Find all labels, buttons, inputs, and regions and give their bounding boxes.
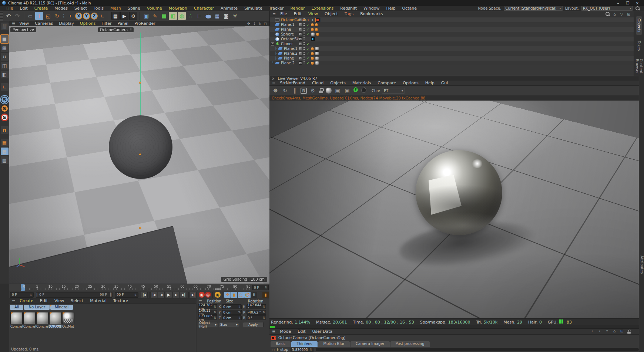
render-view[interactable] (269, 101, 639, 318)
material-thumbnail[interactable] (49, 312, 61, 324)
menu-item-materials[interactable]: Materials (349, 81, 374, 86)
tab-objects[interactable]: Objects (636, 16, 642, 35)
visibility-dots-icon[interactable] (303, 42, 305, 46)
panel-menu-icon[interactable]: ≡ (271, 12, 277, 17)
render-picture-viewer-icon[interactable]: ▶ (120, 12, 128, 20)
refresh-icon[interactable]: ↻ (281, 87, 289, 94)
enabled-check-icon[interactable]: ✓ (306, 57, 310, 60)
menu-item-tracker[interactable]: Tracker (266, 6, 287, 11)
layer-toggle-icon[interactable] (299, 33, 302, 36)
material-concrete[interactable]: Concrete (23, 312, 36, 328)
metaball-icon[interactable]: ● (202, 12, 215, 20)
layer-tab-mineral[interactable]: Mineral (50, 305, 73, 310)
object-name[interactable]: Plane.2 (281, 61, 295, 65)
range-grip-left[interactable]: ▎ (37, 293, 39, 297)
position-z-field[interactable]: 173.085 cm⇅ (198, 315, 217, 320)
menu-item-filter[interactable]: Filter (98, 21, 114, 26)
menu-item-cloud[interactable]: Cloud (309, 81, 327, 86)
mat-tag-icon[interactable] (315, 47, 319, 51)
object-axis-mode-icon[interactable]: ∟ (1, 83, 9, 91)
menu-item-view[interactable]: View (305, 11, 321, 17)
autokeying-icon[interactable]: ◎ (205, 292, 211, 298)
material-concrete[interactable]: Concrete (36, 312, 48, 328)
visibility-dots-icon[interactable] (303, 32, 305, 36)
layer-toggle-icon[interactable] (299, 42, 302, 45)
viewport-sphere-object[interactable] (109, 115, 172, 179)
phong-tag-icon[interactable] (311, 28, 314, 31)
lock-z-icon[interactable]: Z (91, 13, 98, 20)
make-editable-icon[interactable]: ▒ (1, 23, 9, 30)
coord-system-icon[interactable]: ∟ (98, 12, 107, 20)
new-window-icon[interactable]: ⊞ (619, 329, 624, 334)
menu-item-object[interactable]: Object (321, 11, 341, 17)
visibility-dots-icon[interactable] (303, 61, 305, 65)
view-rotate-icon[interactable]: ↻ (257, 21, 262, 26)
mat-tag-icon[interactable] (315, 56, 319, 60)
material-thumbnail[interactable] (23, 312, 36, 324)
tab-content-browser[interactable]: Content Browser (634, 57, 644, 76)
menu-item-tools[interactable]: Tools (90, 6, 107, 11)
spinner-icon[interactable]: ⇅ (134, 293, 137, 297)
menu-item-strnotfound[interactable]: StrNotFound (276, 81, 309, 86)
magnet-tool-icon[interactable]: ∩ (1, 126, 9, 134)
lock-icon[interactable] (627, 329, 631, 334)
collapse-icon[interactable]: − (271, 42, 274, 45)
menu-item-render[interactable]: Render (287, 6, 308, 11)
view-label[interactable]: Perspective (10, 27, 36, 32)
frame-range-slider[interactable]: ▎ 0 F 90 F ▐ (36, 292, 113, 298)
menu-item-file[interactable]: File (3, 6, 16, 11)
enabled-check-icon[interactable]: ✓ (306, 42, 310, 46)
goto-end-icon[interactable]: ▶| (189, 292, 197, 298)
size-mode-select[interactable]: Size▾ (219, 322, 239, 327)
view-pan-icon[interactable]: ✛ (246, 21, 251, 26)
menu-item-edit[interactable]: Edit (37, 298, 51, 304)
rotation-h-field[interactable]: 147.644 °⇅ (246, 304, 266, 309)
key-pla-icon[interactable]: ⠿ (251, 292, 257, 298)
material-thumbnail[interactable] (10, 312, 23, 324)
material-picker-icon[interactable] (361, 87, 366, 94)
menu-item-spline[interactable]: Spline (124, 6, 144, 11)
menu-item-compare[interactable]: Compare (374, 81, 399, 86)
fstop-slider[interactable] (316, 348, 639, 351)
key-scale-icon[interactable]: ▮ (231, 292, 237, 298)
menu-item-modes[interactable]: Modes (51, 6, 71, 11)
point-mode-icon[interactable]: ⠿ (1, 53, 9, 61)
object-name[interactable]: Plane.1 (281, 23, 295, 27)
object-row-plane[interactable]: ├Plane✓ (270, 56, 644, 61)
viewport-canvas[interactable]: Perspective OctaneCamera ⣿ Grid Spacing … (9, 26, 269, 284)
model-mode-icon[interactable]: ■ (1, 35, 9, 43)
layer-toggle-icon[interactable] (299, 47, 302, 50)
snap-modes-icon[interactable]: S (1, 105, 9, 112)
phong-tag-icon[interactable] (311, 62, 314, 65)
phong-tag-icon[interactable] (311, 57, 314, 60)
object-name[interactable]: Cloner (281, 42, 293, 46)
tab-basic[interactable]: Basic (271, 341, 291, 347)
render-view-icon[interactable]: ▦ (111, 12, 120, 20)
menu-item-edit[interactable]: Edit (294, 329, 309, 334)
close-icon[interactable]: × (272, 77, 275, 81)
range-grip-right[interactable]: ▐ (109, 293, 111, 297)
key-rotation-icon[interactable]: ○ (238, 292, 244, 298)
lock-y-icon[interactable]: Y (83, 13, 90, 20)
material-octmeta[interactable]: OctMeta (62, 312, 74, 328)
play-icon[interactable]: ▶ (165, 292, 172, 298)
menu-item-bookmarks[interactable]: Bookmarks (357, 11, 386, 17)
camtag-tag-icon[interactable] (315, 18, 320, 22)
layer-tab-no-layer[interactable]: No Layer (24, 305, 50, 310)
object-name[interactable]: Plane.1 (284, 47, 298, 51)
mograph-extrude-icon[interactable]: ◧ (169, 12, 177, 20)
menu-item-view[interactable]: View (51, 298, 67, 304)
object-name[interactable]: Plane (284, 56, 294, 60)
spinner-icon[interactable]: ⇅ (265, 286, 267, 289)
menu-item-options[interactable]: Options (399, 81, 422, 86)
menu-item-objects[interactable]: Objects (327, 81, 349, 86)
nav-forward-icon[interactable]: › (597, 329, 602, 334)
mat-tag-icon[interactable] (315, 51, 319, 55)
next-frame-icon[interactable]: ▶ (172, 292, 180, 298)
view-zoom-icon[interactable]: ⇕ (252, 21, 257, 26)
menu-item-options[interactable]: Options (77, 21, 98, 26)
reset-icon[interactable]: R (301, 88, 307, 94)
menu-item-prorender[interactable]: ProRender (131, 21, 158, 26)
material-thumbnail[interactable] (62, 312, 74, 324)
snap-settings-icon[interactable]: S (1, 114, 9, 121)
